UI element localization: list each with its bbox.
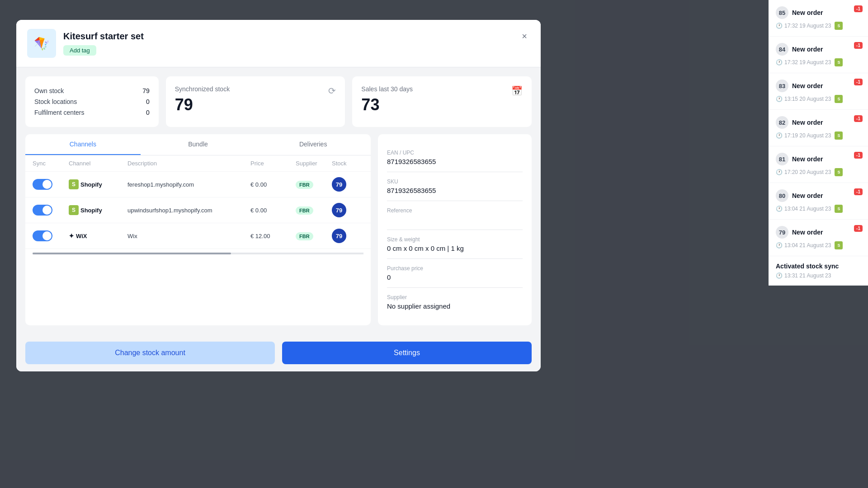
clock-icon-80: 🕐: [776, 206, 783, 212]
order-title-81: New order: [792, 155, 823, 163]
tab-bundle[interactable]: Bundle: [141, 134, 256, 155]
close-button[interactable]: ×: [517, 29, 532, 43]
order-card-83[interactable]: -1 83 New order 🕐 13:15 20 August 23 S: [769, 73, 868, 110]
reference-value: [387, 216, 523, 223]
shopify-badge-81: S: [835, 168, 843, 176]
ean-value: 8719326583655: [387, 158, 523, 165]
change-stock-button[interactable]: Change stock amount: [25, 342, 275, 364]
table-row: S Shopify fereshop1.myshopify.com € 0.00…: [25, 172, 371, 197]
toggle-upwindsurf[interactable]: [33, 205, 69, 216]
stats-row: Own stock 79 Stock locations 0 Fulfilmen…: [25, 76, 532, 127]
shopify-icon-1: S: [69, 179, 79, 189]
stock-locations-value: 0: [146, 98, 150, 105]
clock-icon-82: 🕐: [776, 132, 783, 139]
order-time-85: 🕐 17:32 19 August 23: [776, 23, 831, 29]
activated-meta: 🕐 13:31 21 August 23: [776, 272, 861, 279]
order-title-85: New order: [792, 9, 823, 16]
price-1: € 0.00: [250, 181, 296, 188]
supplier-1: FBR: [296, 180, 332, 188]
shopify-badge-79: S: [835, 241, 843, 249]
purchase-price-value: 0: [387, 273, 523, 281]
shopify-badge-84: S: [835, 58, 843, 66]
col-supplier: Supplier: [296, 160, 332, 167]
reference-section: Reference: [387, 201, 523, 230]
tab-deliveries[interactable]: Deliveries: [255, 134, 371, 155]
supplier-section: Supplier No supplier assigned: [387, 288, 523, 316]
supplier-detail-value: No supplier assigned: [387, 302, 523, 310]
supplier-detail-label: Supplier: [387, 294, 523, 300]
size-value: 0 cm x 0 cm x 0 cm | 1 kg: [387, 244, 523, 252]
order-card-82[interactable]: -1 82 New order 🕐 17:19 20 August 23 S: [769, 110, 868, 146]
order-card-85[interactable]: -1 85 New order 🕐 17:32 19 August 23 S: [769, 0, 868, 37]
supplier-3: FBR: [296, 232, 332, 240]
order-time-80: 🕐 13:04 21 August 23: [776, 206, 831, 212]
order-header-85: 85 New order: [776, 6, 861, 19]
sync-stock-label: Synchronized stock: [175, 85, 336, 93]
own-stock-card: Own stock 79 Stock locations 0 Fulfilmen…: [25, 76, 159, 127]
clock-icon-79: 🕐: [776, 242, 783, 249]
order-num-84: 84: [776, 43, 788, 56]
supplier-2: FBR: [296, 206, 332, 214]
order-header-79: 79 New order: [776, 226, 861, 239]
order-card-84[interactable]: -1 84 New order 🕐 17:32 19 August 23 S: [769, 37, 868, 73]
channel-desc-3: Wix: [127, 233, 250, 239]
shopify-badge-80: S: [835, 205, 843, 213]
stock-locations-item: Stock locations 0: [34, 96, 150, 107]
toggle-fereshop[interactable]: [33, 179, 69, 190]
order-title-79: New order: [792, 229, 823, 236]
negative-badge-83: -1: [854, 79, 863, 85]
order-num-85: 85: [776, 6, 788, 19]
product-image: 🪁: [27, 29, 56, 58]
tabs: Channels Bundle Deliveries: [25, 134, 371, 155]
modal-footer: Change stock amount Settings: [16, 334, 541, 371]
order-meta-82: 🕐 17:19 20 August 23 S: [776, 131, 861, 140]
order-card-79[interactable]: -1 79 New order 🕐 13:04 21 August 23 S: [769, 220, 868, 256]
order-header-80: 80 New order: [776, 189, 861, 202]
order-meta-81: 🕐 17:20 20 August 23 S: [776, 168, 861, 176]
order-meta-84: 🕐 17:32 19 August 23 S: [776, 58, 861, 66]
shopify-icon-2: S: [69, 205, 79, 215]
main-content: Channels Bundle Deliveries Sync Channel …: [25, 134, 532, 325]
settings-button[interactable]: Settings: [282, 342, 532, 364]
fulfilment-label: Fulfilment centers: [34, 109, 84, 116]
own-stock-value: 79: [142, 87, 150, 94]
order-time-84: 🕐 17:32 19 August 23: [776, 59, 831, 66]
col-sync: Sync: [33, 160, 69, 167]
purchase-price-section: Purchase price 0: [387, 259, 523, 288]
order-time-79: 🕐 13:04 21 August 23: [776, 242, 831, 249]
tab-channels[interactable]: Channels: [25, 134, 141, 155]
activated-stock-card: Activated stock sync 🕐 13:31 21 August 2…: [769, 256, 868, 286]
order-card-80[interactable]: -1 80 New order 🕐 13:04 21 August 23 S: [769, 183, 868, 220]
sync-stock-value: 79: [175, 95, 336, 114]
order-num-82: 82: [776, 116, 788, 129]
sales-value: 73: [361, 95, 523, 114]
order-time-83: 🕐 13:15 20 August 23: [776, 96, 831, 102]
product-title: Kitesurf starter set: [63, 31, 144, 42]
activated-time: 13:31 21 August 23: [784, 272, 831, 279]
channel-desc-2: upwindsurfshop1.myshopify.com: [127, 207, 250, 214]
sync-icon: ⟳: [328, 85, 336, 96]
fulfilment-value: 0: [146, 109, 150, 116]
sidebar: -1 85 New order 🕐 17:32 19 August 23 S -…: [769, 0, 868, 488]
calendar-icon: 📅: [511, 85, 523, 96]
sales-label: Sales last 30 days: [361, 85, 523, 93]
purchase-price-label: Purchase price: [387, 265, 523, 272]
order-num-81: 81: [776, 153, 788, 165]
order-header-83: 83 New order: [776, 80, 861, 92]
order-meta-83: 🕐 13:15 20 August 23 S: [776, 95, 861, 103]
ean-section: EAN / UPC 8719326583655: [387, 143, 523, 172]
add-tag-button[interactable]: Add tag: [63, 45, 96, 56]
col-description: Description: [127, 160, 250, 167]
toggle-wix[interactable]: [33, 230, 69, 241]
clock-icon-84: 🕐: [776, 59, 783, 66]
sync-stock-card: Synchronized stock 79 ⟳: [166, 76, 345, 127]
modal-header-info: Kitesurf starter set Add tag: [63, 31, 144, 56]
sku-section: SKU 8719326583655: [387, 172, 523, 201]
modal-header: 🪁 Kitesurf starter set Add tag ×: [16, 20, 541, 67]
sku-value: 8719326583655: [387, 187, 523, 194]
order-card-81[interactable]: -1 81 New order 🕐 17:20 20 August 23 S: [769, 146, 868, 183]
table-row: S Shopify upwindsurfshop1.myshopify.com …: [25, 197, 371, 223]
col-channel: Channel: [69, 160, 127, 167]
reference-label: Reference: [387, 207, 523, 214]
order-num-80: 80: [776, 189, 788, 202]
